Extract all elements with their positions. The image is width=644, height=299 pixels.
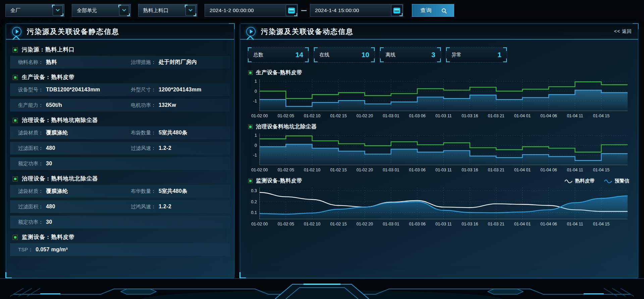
- green-square-icon: [248, 179, 253, 183]
- svg-text:01-03 06: 01-03 06: [409, 114, 426, 118]
- play-icon: [246, 27, 256, 36]
- field-cell: 物料名称：熟料: [18, 59, 131, 66]
- field-cell: 滤袋材质：覆膜涤纶: [18, 129, 131, 136]
- field-cell: 设备型号：TDB1200*204143mm: [18, 87, 131, 93]
- calendar-icon[interactable]: [286, 5, 297, 16]
- field-label: 物料名称：: [18, 59, 43, 66]
- query-button[interactable]: 查询: [412, 4, 454, 17]
- field-label: 滤袋材质：: [18, 130, 43, 136]
- field-value: 1200*204143mm: [159, 87, 202, 93]
- green-square-icon: [13, 176, 18, 181]
- field-value: 1.2-2: [159, 204, 171, 210]
- chart-block-1: 治理设备料地坑北除尘器10-101-02 0001-02 0501-02 100…: [248, 123, 631, 174]
- chart-canvas: 10-101-02 0001-02 0501-02 1001-02 1501-0…: [248, 131, 631, 174]
- static-info-list: 污染源：熟料上料口物料名称：熟料治理措施：处于封闭厂房内生产设备：熟料皮带设备型…: [6, 40, 234, 256]
- chart-canvas: 0.30.20.101-02 0001-02 0501-02 1001-02 1…: [248, 185, 631, 228]
- legend-label: 熟料皮带: [575, 178, 595, 184]
- field-value: 650t/h: [46, 102, 62, 108]
- wave-line-icon: [604, 179, 612, 183]
- stat-label: 离线: [385, 52, 395, 58]
- field-label: 过滤面积：: [18, 204, 43, 210]
- svg-text:0: 0: [255, 143, 257, 148]
- svg-text:01-04 15: 01-04 15: [593, 168, 609, 172]
- svg-text:01-02 15: 01-02 15: [330, 168, 346, 172]
- svg-text:01-03 16: 01-03 16: [462, 114, 478, 118]
- unit-select[interactable]: 全部单元: [72, 4, 131, 17]
- svg-text:01-03 06: 01-03 06: [409, 168, 426, 172]
- svg-text:01-02 10: 01-02 10: [304, 222, 320, 226]
- field-value: 覆膜涤纶: [46, 129, 68, 136]
- footer-decoration: [0, 278, 644, 299]
- chevron-down-icon[interactable]: [185, 5, 196, 15]
- chart-title-row: 监测设备-熟料皮带熟料皮带预警信: [248, 177, 631, 184]
- calendar-icon[interactable]: [391, 5, 402, 16]
- field-value: 0.057 mg/m³: [36, 247, 68, 253]
- svg-text:01-04 15: 01-04 15: [593, 222, 609, 226]
- field-label: 滤袋材质：: [18, 188, 43, 195]
- section-title: 监测设备：熟料皮带: [22, 233, 75, 241]
- chevron-down-icon[interactable]: [53, 5, 63, 15]
- stat-value: 3: [431, 51, 435, 59]
- svg-text:01-02 05: 01-02 05: [278, 168, 294, 172]
- stat-card-3: 异常1: [446, 47, 507, 62]
- svg-text:01-03 21: 01-03 21: [488, 222, 504, 226]
- plant-select[interactable]: 全厂: [5, 4, 64, 17]
- field-value: 480: [46, 145, 55, 151]
- source-select[interactable]: 熟料上料口: [138, 4, 197, 17]
- section-title: 治理设备：熟料地坑南除尘器: [22, 117, 98, 124]
- chart-canvas: 10-101-02 0001-02 0501-02 1001-02 1501-0…: [248, 77, 631, 120]
- field-label: 额定功率：: [18, 161, 43, 167]
- svg-text:-1: -1: [253, 153, 257, 158]
- svg-text:01-03 11: 01-03 11: [435, 168, 451, 172]
- svg-text:01-02 15: 01-02 15: [330, 222, 346, 226]
- section-header: 污染源：熟料上料口: [10, 44, 230, 56]
- field-cell: 治理措施：处于封闭厂房内: [131, 59, 227, 66]
- legend-item[interactable]: 熟料皮带: [565, 178, 595, 184]
- svg-text:01-04 06: 01-04 06: [540, 114, 557, 118]
- static-panel-title: 污染源及关联设备静态信息: [27, 27, 119, 36]
- dashboard: 全厂 全部单元 熟料上料口 2024-1-2 00:00:00 2024-1-4…: [0, 0, 644, 299]
- dynamic-panel-header: 污染源及关联设备动态信息 << 返回: [240, 24, 638, 40]
- green-square-icon: [248, 71, 253, 75]
- chart-title: 治理设备料地坑北除尘器: [256, 123, 317, 130]
- field-row: 滤袋材质：覆膜涤纶布华数量：5室共480条: [10, 185, 230, 198]
- svg-text:01-02 00: 01-02 00: [251, 168, 268, 172]
- section-header: 监测设备：熟料皮带: [10, 231, 230, 243]
- field-label: 生产能力：: [18, 102, 43, 109]
- stat-card-0: 总数14: [248, 47, 309, 62]
- svg-text:0: 0: [255, 89, 257, 94]
- section-title: 生产设备：熟料皮带: [22, 74, 75, 81]
- field-row: 过滤面积：480过滤风速：1.2-2: [10, 142, 230, 155]
- stat-value: 1: [497, 51, 501, 59]
- chart-title: 监测设备-熟料皮带: [256, 177, 302, 184]
- svg-text:1: 1: [255, 79, 257, 84]
- end-datetime-input[interactable]: 2024-1-4 15:00:00: [310, 4, 403, 17]
- back-button[interactable]: << 返回: [614, 29, 632, 35]
- start-datetime-input[interactable]: 2024-1-2 00:00:00: [205, 4, 298, 17]
- legend-item[interactable]: 预警信: [604, 178, 630, 184]
- field-row: 物料名称：熟料治理措施：处于封闭厂房内: [10, 56, 230, 69]
- svg-text:01-03 06: 01-03 06: [409, 222, 426, 226]
- chart-title: 生产设备-熟料皮带: [256, 69, 302, 76]
- svg-text:01-04 11: 01-04 11: [567, 222, 583, 226]
- green-square-icon: [248, 125, 253, 129]
- chevron-down-icon[interactable]: [119, 5, 129, 15]
- chart-block-0: 生产设备-熟料皮带10-101-02 0001-02 0501-02 1001-…: [248, 69, 631, 120]
- svg-text:01-03 11: 01-03 11: [435, 114, 451, 118]
- green-square-icon: [13, 118, 18, 123]
- stat-card-1: 在线10: [314, 47, 375, 62]
- legend-label: 预警信: [615, 178, 630, 184]
- field-row: 额定功率：30: [10, 157, 230, 170]
- svg-text:01-03 21: 01-03 21: [488, 114, 504, 118]
- field-value: 132Kw: [159, 102, 176, 108]
- svg-text:01-04 06: 01-04 06: [540, 168, 557, 172]
- green-square-icon: [13, 235, 18, 240]
- stat-label: 在线: [319, 52, 329, 58]
- stat-value: 10: [362, 51, 369, 59]
- section-header: 治理设备：熟料地坑南除尘器: [10, 114, 230, 126]
- field-label: 电机功率：: [131, 102, 156, 109]
- svg-text:01-03 01: 01-03 01: [383, 168, 399, 172]
- charts-area: 生产设备-熟料皮带10-101-02 0001-02 0501-02 1001-…: [248, 69, 631, 228]
- svg-text:01-03 21: 01-03 21: [488, 168, 504, 172]
- svg-text:01-03 16: 01-03 16: [462, 168, 478, 172]
